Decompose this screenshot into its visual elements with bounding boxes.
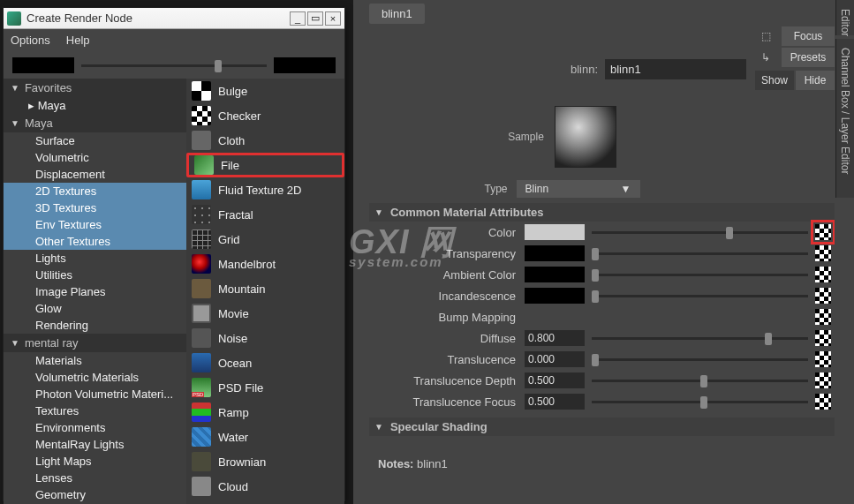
- hide-button[interactable]: Hide: [796, 71, 835, 90]
- ambient-swatch[interactable]: [525, 267, 585, 282]
- tree-maya[interactable]: ▼ Maya: [4, 114, 186, 132]
- show-button[interactable]: Show: [755, 71, 794, 90]
- chevron-down-icon: ▼: [374, 422, 383, 432]
- tree-mental-ray[interactable]: ▼ mental ray: [4, 334, 186, 352]
- ambient-slider[interactable]: [592, 274, 808, 276]
- node-mountain[interactable]: Mountain: [186, 276, 344, 301]
- filter-swatch-left: [12, 57, 74, 73]
- name-field[interactable]: [605, 59, 746, 79]
- tree-item-image-planes[interactable]: Image Planes: [4, 283, 186, 300]
- tree-item-volumetric-materials[interactable]: Volumetric Materials: [4, 369, 186, 386]
- maximize-button[interactable]: ▭: [307, 11, 323, 26]
- tree-item-glow[interactable]: Glow: [4, 300, 186, 317]
- tree-item-env-textures[interactable]: Env Textures: [4, 216, 186, 233]
- noise-icon: [192, 328, 211, 348]
- node-label: Mountain: [218, 282, 265, 296]
- tree-item-volumetric[interactable]: Volumetric: [4, 149, 186, 166]
- diffuse-field[interactable]: [525, 330, 585, 346]
- tree-item-utilities[interactable]: Utilities: [4, 267, 186, 283]
- translucence-depth-field[interactable]: [525, 372, 585, 388]
- tab-material[interactable]: blinn1: [369, 4, 425, 24]
- bump-map-button[interactable]: [815, 309, 831, 325]
- node-ocean[interactable]: Ocean: [186, 350, 344, 375]
- section-specular-shading[interactable]: ▼ Specular Shading: [369, 417, 835, 436]
- section-common-material[interactable]: ▼ Common Material Attributes: [369, 203, 835, 222]
- side-tab-editor[interactable]: Editor: [835, 0, 854, 35]
- attr-translucence: Translucence: [369, 349, 835, 370]
- focus-button[interactable]: Focus: [782, 26, 835, 46]
- color-map-button[interactable]: [815, 224, 831, 240]
- side-tab-channel-box[interactable]: Channel Box / Layer Editor: [835, 39, 854, 198]
- translucence-slider[interactable]: [592, 358, 808, 361]
- minimize-button[interactable]: _: [290, 11, 306, 26]
- translucence-depth-map-button[interactable]: [815, 372, 831, 388]
- tree-item-environments[interactable]: Environments: [4, 419, 186, 436]
- load-attr-icon[interactable]: ↳: [755, 48, 776, 67]
- select-in-icon[interactable]: ⬚: [755, 26, 776, 46]
- presets-button[interactable]: Presets: [782, 48, 835, 67]
- tree-item-surface[interactable]: Surface: [4, 132, 186, 149]
- node-movie[interactable]: Movie: [186, 301, 344, 326]
- node-label: Mandelbrot: [218, 258, 276, 271]
- node-bulge[interactable]: Bulge: [186, 79, 344, 103]
- tree-item-photon-volumetric-materi-[interactable]: Photon Volumetric Materi...: [4, 386, 186, 402]
- tree-item-other-textures[interactable]: Other Textures: [4, 233, 186, 250]
- transparency-swatch[interactable]: [525, 245, 585, 261]
- node-cloth[interactable]: Cloth: [186, 128, 344, 153]
- tree-item-light-maps[interactable]: Light Maps: [4, 453, 186, 470]
- tree-item-rendering[interactable]: Rendering: [4, 317, 186, 334]
- tree-item-3d-textures[interactable]: 3D Textures: [4, 199, 186, 216]
- node-ramp[interactable]: Ramp: [186, 400, 344, 425]
- tree-maya-folder[interactable]: ▸ Maya: [4, 97, 186, 114]
- psd-file-icon: [192, 378, 211, 397]
- type-select[interactable]: Blinn ▼: [517, 180, 640, 198]
- node-list[interactable]: BulgeCheckerClothFileFluid Texture 2DFra…: [186, 79, 344, 504]
- translucence-focus-slider[interactable]: [592, 401, 808, 403]
- tree-item-2d-textures[interactable]: 2D Textures: [4, 183, 186, 199]
- tree-item-displacement[interactable]: Displacement: [4, 166, 186, 183]
- translucence-depth-slider[interactable]: [592, 380, 808, 382]
- translucence-map-button[interactable]: [815, 351, 831, 367]
- tree-item-geometry[interactable]: Geometry: [4, 486, 186, 503]
- node-fractal[interactable]: Fractal: [186, 202, 344, 227]
- tree-item-materials[interactable]: Materials: [4, 352, 186, 369]
- node-noise[interactable]: Noise: [186, 326, 344, 350]
- translucence-focus-field[interactable]: [525, 394, 585, 410]
- title-bar: Create Render Node _ ▭ ×: [4, 8, 344, 29]
- node-fluid-texture-2d[interactable]: Fluid Texture 2D: [186, 177, 344, 202]
- transparency-map-button[interactable]: [815, 245, 831, 261]
- transparency-slider[interactable]: [592, 252, 808, 255]
- translucence-field[interactable]: [525, 351, 585, 367]
- attr-diffuse: Diffuse: [369, 327, 835, 349]
- menu-options[interactable]: Options: [11, 34, 50, 47]
- incandescence-slider[interactable]: [592, 295, 808, 297]
- tree-item-lenses[interactable]: Lenses: [4, 470, 186, 486]
- tree-favorites[interactable]: ▼ Favorites: [4, 79, 186, 97]
- color-slider[interactable]: [592, 231, 808, 234]
- ambient-map-button[interactable]: [815, 267, 831, 282]
- tree-item-textures[interactable]: Textures: [4, 402, 186, 419]
- tree-item-mentalray-lights[interactable]: MentalRay Lights: [4, 436, 186, 453]
- node-grid[interactable]: Grid: [186, 227, 344, 252]
- close-button[interactable]: ×: [325, 11, 341, 26]
- diffuse-slider[interactable]: [592, 337, 808, 340]
- color-swatch[interactable]: [525, 224, 585, 240]
- node-label: Brownian: [218, 455, 266, 469]
- node-label: Ramp: [218, 406, 249, 419]
- incandescence-map-button[interactable]: [815, 288, 831, 304]
- node-cloud[interactable]: Cloud: [186, 474, 344, 499]
- node-checker[interactable]: Checker: [186, 103, 344, 128]
- node-file[interactable]: File: [186, 153, 344, 177]
- node-brownian[interactable]: Brownian: [186, 449, 344, 474]
- category-tree: ▼ Favorites ▸ Maya ▼ Maya SurfaceVolumet…: [4, 79, 186, 504]
- incandescence-swatch[interactable]: [525, 288, 585, 304]
- grid-icon: [192, 229, 211, 249]
- node-water[interactable]: Water: [186, 425, 344, 449]
- node-psd-file[interactable]: PSD File: [186, 375, 344, 400]
- menu-help[interactable]: Help: [66, 34, 90, 47]
- translucence-focus-map-button[interactable]: [815, 394, 831, 410]
- diffuse-map-button[interactable]: [815, 330, 831, 346]
- tree-item-lights[interactable]: Lights: [4, 250, 186, 267]
- node-mandelbrot[interactable]: Mandelbrot: [186, 252, 344, 276]
- filter-slider[interactable]: [81, 64, 267, 67]
